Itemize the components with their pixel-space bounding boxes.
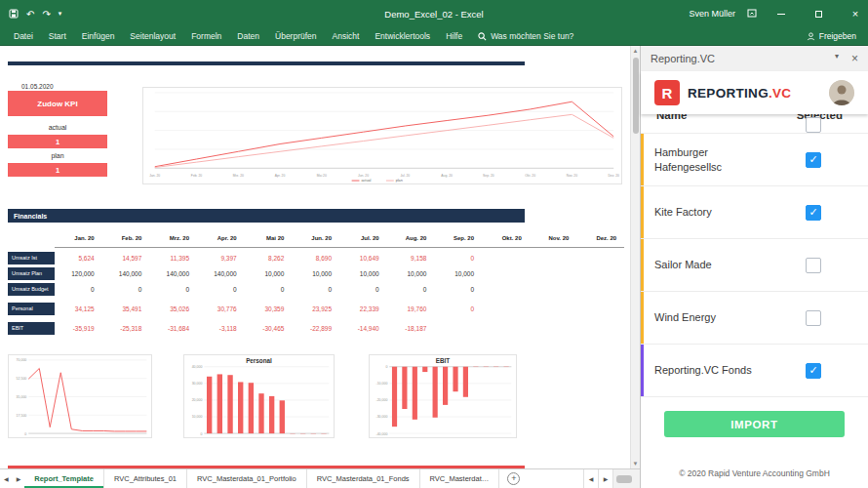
cell-value[interactable]: 22,339 xyxy=(339,305,387,312)
cell-value[interactable] xyxy=(530,286,577,293)
month-header-cell[interactable]: Feb. 20 xyxy=(102,235,150,247)
ribbon-tab-datei[interactable]: Datei xyxy=(6,27,41,45)
company-checkbox[interactable]: ✓ xyxy=(806,152,821,168)
horizontal-scroll-thumb[interactable] xyxy=(616,475,632,483)
company-row[interactable]: Kite Factory✓ xyxy=(641,186,868,239)
company-row[interactable]: Hamburger Hafengesellsc✓ xyxy=(641,134,868,186)
ebit-bar-chart[interactable]: -40,000-30,000-20,000-10,0000EBIT xyxy=(369,354,517,438)
cell-value[interactable]: 0 xyxy=(434,255,482,262)
hscroll-left-icon[interactable]: ◀ xyxy=(583,469,598,488)
cell-value[interactable]: 8,690 xyxy=(292,255,339,262)
close-button[interactable]: × xyxy=(843,0,868,27)
actual-label[interactable]: actual xyxy=(8,124,107,131)
ribbon-tab-formeln[interactable]: Formeln xyxy=(183,27,229,45)
import-button[interactable]: IMPORT xyxy=(664,411,845,437)
plan-label[interactable]: plan xyxy=(8,152,107,159)
cell-value[interactable]: 0 xyxy=(339,286,387,293)
company-checkbox[interactable]: ✓ xyxy=(806,363,821,379)
undo-icon[interactable]: ↶ xyxy=(26,9,34,20)
qat-customize-icon[interactable]: ▾ xyxy=(59,10,62,18)
cell-value[interactable] xyxy=(482,286,530,293)
cell-value[interactable]: 10,649 xyxy=(339,255,387,262)
month-header-cell[interactable]: Jan. 20 xyxy=(55,235,102,247)
cell-value[interactable] xyxy=(530,305,577,312)
cell-value[interactable] xyxy=(576,286,624,293)
maximize-button[interactable] xyxy=(806,0,831,27)
cell-value[interactable]: 0 xyxy=(434,286,482,293)
month-header-cell[interactable]: Mai 20 xyxy=(245,235,293,247)
user-avatar[interactable] xyxy=(829,80,854,105)
cell-value[interactable]: 9,397 xyxy=(197,255,245,262)
cell-value[interactable]: 10,000 xyxy=(245,270,293,277)
taskpane-close-icon[interactable]: × xyxy=(851,52,858,65)
cell-value[interactable]: -22,899 xyxy=(292,325,339,332)
sheet-tab-rvc-masterdat-[interactable]: RVC_Masterdat… xyxy=(420,469,500,488)
scroll-up-icon[interactable]: ▲ xyxy=(633,46,639,56)
cell-value[interactable]: 120,000 xyxy=(55,270,102,277)
kpi-title-cell[interactable]: Zudow KPI xyxy=(8,91,107,116)
plan-value-cell[interactable]: 1 xyxy=(8,163,107,177)
month-header-cell[interactable]: Jul. 20 xyxy=(339,235,387,247)
cell-value[interactable]: 140,000 xyxy=(197,270,245,277)
cell-value[interactable]: -18,187 xyxy=(387,325,435,332)
cell-value[interactable]: -31,684 xyxy=(149,325,197,332)
horizontal-scrollbar[interactable] xyxy=(612,469,640,488)
ribbon-tab-einfügen[interactable]: Einfügen xyxy=(74,27,123,45)
scroll-down-icon[interactable]: ▼ xyxy=(633,459,639,468)
sheet-tab-report-template[interactable]: Report_Template xyxy=(24,469,104,488)
vertical-scrollbar[interactable]: ▲ ▼ xyxy=(630,46,640,468)
cell-value[interactable] xyxy=(482,255,530,262)
taskpane-options-icon[interactable]: ▾ xyxy=(835,52,839,65)
cell-value[interactable]: 23,925 xyxy=(292,305,339,312)
liquidity-line-chart[interactable]: 017,50035,00052,50070,000 xyxy=(8,354,152,438)
cell-value[interactable] xyxy=(530,325,577,332)
cell-value[interactable]: 0 xyxy=(292,286,339,293)
ribbon-tab-ansicht[interactable]: Ansicht xyxy=(325,27,368,45)
company-checkbox[interactable] xyxy=(806,310,821,326)
share-button[interactable]: Freigeben xyxy=(807,27,856,45)
month-header-cell[interactable]: Jun. 20 xyxy=(292,235,339,247)
ribbon-tab-hilfe[interactable]: Hilfe xyxy=(438,27,470,45)
cell-value[interactable] xyxy=(576,255,624,262)
cell-value[interactable]: 10,000 xyxy=(434,270,482,277)
ribbon-tab-entwicklertools[interactable]: Entwicklertools xyxy=(367,27,438,45)
ribbon-tab-seitenlayout[interactable]: Seitenlayout xyxy=(122,27,183,45)
cell-value[interactable]: -30,465 xyxy=(245,325,293,332)
vertical-scroll-thumb[interactable] xyxy=(633,58,639,134)
sheet-nav-left-icon[interactable]: ◀ xyxy=(0,469,13,488)
month-header-cell[interactable]: Dez. 20 xyxy=(576,235,624,247)
month-header-cell[interactable]: Aug. 20 xyxy=(387,235,435,247)
cell-value[interactable]: -35,919 xyxy=(55,325,102,332)
cell-value[interactable] xyxy=(530,270,577,277)
company-checkbox[interactable]: ✓ xyxy=(806,205,821,221)
cell-value[interactable]: 5,624 xyxy=(55,255,102,262)
cell-value[interactable]: 0 xyxy=(149,286,197,293)
company-row[interactable]: Reporting.VC Fonds✓ xyxy=(641,345,868,397)
sheet-tab-rvc-attributes-01[interactable]: RVC_Attributes_01 xyxy=(104,469,187,488)
company-row[interactable]: Wind Energy xyxy=(641,292,868,345)
spreadsheet-canvas[interactable]: 01.05.2020 Zudow KPI actual 1 plan 1 Jan… xyxy=(0,46,630,468)
cell-value[interactable]: 0 xyxy=(55,286,102,293)
cell-value[interactable]: 11,395 xyxy=(149,255,197,262)
select-all-checkbox[interactable] xyxy=(806,117,821,133)
ribbon-tab-überprüfen[interactable]: Überprüfen xyxy=(267,27,325,45)
month-header-cell[interactable]: Apr. 20 xyxy=(197,235,245,247)
cell-value[interactable] xyxy=(482,270,530,277)
cell-value[interactable]: 0 xyxy=(434,305,482,312)
actual-value-cell[interactable]: 1 xyxy=(8,135,107,148)
cell-value[interactable]: 10,000 xyxy=(292,270,339,277)
cell-value[interactable]: -14,940 xyxy=(339,325,387,332)
cell-value[interactable]: 140,000 xyxy=(102,270,150,277)
add-sheet-button[interactable]: + xyxy=(507,472,520,485)
cell-value[interactable]: 140,000 xyxy=(149,270,197,277)
cell-value[interactable] xyxy=(530,255,577,262)
company-checkbox[interactable] xyxy=(806,258,821,273)
cell-value[interactable]: 35,491 xyxy=(102,305,150,312)
cell-value[interactable] xyxy=(434,325,482,332)
ribbon-tab-daten[interactable]: Daten xyxy=(229,27,267,45)
cell-value[interactable]: 0 xyxy=(102,286,150,293)
sheet-nav-right-icon[interactable]: ▶ xyxy=(13,469,25,488)
cell-value[interactable] xyxy=(576,270,624,277)
hscroll-right-icon[interactable]: ▶ xyxy=(598,469,612,488)
redo-icon[interactable]: ↷ xyxy=(42,9,50,20)
